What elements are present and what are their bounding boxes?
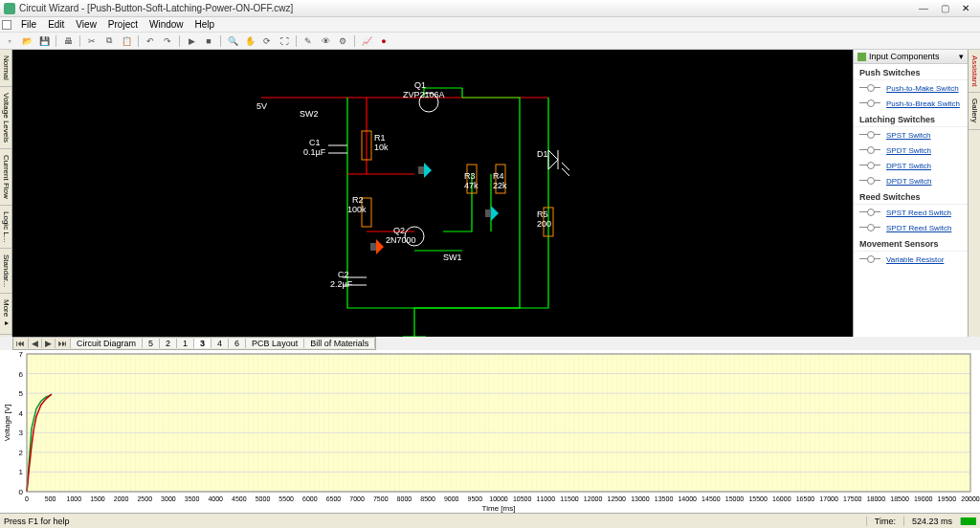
mdi-icon[interactable] — [2, 20, 11, 30]
component-spdt-switch[interactable]: SPDT Switch — [854, 143, 968, 158]
component-icon — [859, 222, 880, 233]
component-spst-switch[interactable]: SPST Switch — [854, 127, 968, 143]
component-link[interactable]: Push-to-Break Switch — [886, 99, 960, 108]
component-link[interactable]: SPST Switch — [886, 131, 931, 140]
print-icon[interactable]: 🖶 — [60, 34, 76, 48]
graph-icon[interactable]: 📈 — [359, 34, 374, 48]
component-spst-reed-switch[interactable]: SPST Reed Switch — [854, 205, 968, 220]
component-dpst-switch[interactable]: DPST Switch — [854, 158, 968, 173]
open-icon[interactable]: 📂 — [19, 34, 34, 48]
component-link[interactable]: DPST Switch — [886, 162, 931, 170]
component-push-to-break-switch[interactable]: Push-to-Break Switch — [854, 96, 968, 111]
x-tick: 10500 — [513, 495, 532, 502]
run-icon[interactable]: ▶ — [184, 34, 199, 48]
c2-ref: C2 — [338, 270, 349, 279]
svg-rect-23 — [370, 243, 376, 251]
component-link[interactable]: SPDT Reed Switch — [886, 224, 951, 232]
component-link[interactable]: SPST Reed Switch — [886, 209, 951, 217]
paste-icon[interactable]: 📋 — [119, 34, 134, 48]
vtab-voltage[interactable]: Voltage Levels — [0, 87, 11, 149]
vtab-normal[interactable]: Normal — [0, 50, 11, 87]
menu-edit[interactable]: Edit — [42, 19, 70, 30]
hand-icon[interactable]: ✋ — [242, 34, 257, 48]
vtab-assistant[interactable]: Assistant — [969, 50, 980, 93]
maximize-button[interactable]: ▢ — [934, 2, 955, 15]
component-icon — [859, 207, 880, 218]
eye-icon[interactable]: 👁 — [318, 34, 333, 48]
svg-marker-10 — [548, 150, 558, 169]
svg-rect-21 — [485, 209, 491, 217]
schematic-canvas[interactable]: C1 0.1µF R1 10k R2 100k R3 47k R4 22k R5… — [12, 50, 853, 337]
tab-5[interactable]: 5 — [143, 339, 160, 348]
tab-2[interactable]: 2 — [160, 339, 177, 348]
undo-icon[interactable]: ↶ — [143, 34, 158, 48]
stop-icon[interactable]: ■ — [201, 34, 216, 48]
vtab-standard[interactable]: Standar... — [0, 249, 11, 294]
panel-header[interactable]: Input Components ▾ — [854, 50, 968, 64]
component-spdt-reed-switch[interactable]: SPDT Reed Switch — [854, 220, 968, 235]
zoom-icon[interactable]: 🔍 — [225, 34, 240, 48]
record-icon[interactable]: ● — [376, 34, 391, 48]
component-push-to-make-switch[interactable]: Push-to-Make Switch — [854, 80, 968, 96]
status-indicator[interactable] — [960, 517, 976, 525]
tab-1[interactable]: 1 — [177, 339, 194, 348]
x-tick: 14000 — [678, 495, 697, 502]
tab-4[interactable]: 4 — [212, 339, 229, 348]
tab-3[interactable]: 3 — [194, 339, 212, 348]
fit-icon[interactable]: ⛶ — [277, 34, 292, 48]
r3-val: 47k — [464, 181, 479, 190]
redo-icon[interactable]: ↷ — [160, 34, 175, 48]
y-label: Voltage [V] — [3, 405, 11, 442]
component-link[interactable]: SPDT Switch — [886, 146, 931, 155]
new-icon[interactable]: ▫ — [2, 34, 17, 48]
c1-val: 0.1µF — [303, 147, 326, 157]
x-tick: 7000 — [349, 495, 365, 502]
dropdown-icon[interactable]: ▾ — [959, 52, 964, 61]
component-link[interactable]: Variable Resistor — [886, 255, 944, 264]
tab-prev-icon[interactable]: ◀ — [29, 339, 42, 348]
menu-file[interactable]: File — [15, 19, 42, 30]
menu-view[interactable]: View — [70, 19, 102, 30]
y-tick: 6 — [19, 370, 24, 379]
tab-next-icon[interactable]: ▶ — [42, 339, 56, 348]
q2-ref: Q2 — [393, 226, 405, 235]
vtab-gallery[interactable]: Gallery — [969, 93, 980, 129]
component-variable-resistor[interactable]: Variable Resistor — [854, 252, 968, 267]
refresh-icon[interactable]: ⟳ — [259, 34, 275, 48]
y-tick: 4 — [19, 409, 24, 418]
close-button[interactable]: ✕ — [955, 2, 976, 15]
tab-last-icon[interactable]: ⏭ — [56, 339, 71, 348]
category-push-switches: Push Switches — [854, 64, 968, 80]
menu-project[interactable]: Project — [102, 19, 144, 30]
graph-panel: 0123456705001000150020002500300035004000… — [0, 350, 980, 513]
component-icon — [859, 129, 880, 141]
save-icon[interactable]: 💾 — [36, 34, 52, 48]
tab-6[interactable]: 6 — [229, 339, 246, 348]
minimize-button[interactable]: — — [913, 2, 934, 15]
settings-icon[interactable]: ⚙ — [335, 34, 350, 48]
title-bar: Circuit Wizard - [Push-Button-Soft-Latch… — [0, 0, 980, 17]
q1-ref: Q1 — [414, 80, 426, 90]
menu-help[interactable]: Help — [189, 19, 221, 30]
x-label: Time [ms] — [482, 504, 516, 513]
tab-pcb-layout[interactable]: PCB Layout — [246, 339, 304, 348]
tab-first-icon[interactable]: ⏮ — [13, 339, 29, 348]
probe-icon[interactable]: ✎ — [301, 34, 316, 48]
menu-window[interactable]: Window — [144, 19, 189, 30]
vtab-more[interactable]: More ▸ — [0, 294, 11, 334]
component-dpdt-switch[interactable]: DPDT Switch — [854, 173, 968, 188]
component-icon — [859, 144, 880, 156]
vtab-logic[interactable]: Logic L... — [0, 206, 11, 249]
status-help: Press F1 for help — [4, 517, 70, 526]
vtab-current[interactable]: Current Flow — [0, 149, 11, 206]
x-tick: 10000 — [489, 495, 508, 502]
x-tick: 13500 — [655, 495, 674, 502]
tab-circuit-diagram[interactable]: Circuit Diagram — [71, 339, 143, 348]
component-link[interactable]: Push-to-Make Switch — [886, 84, 959, 93]
d1-ref: D1 — [537, 149, 548, 159]
tab-bill-of-materials[interactable]: Bill of Materials — [304, 339, 375, 348]
copy-icon[interactable]: ⧉ — [101, 34, 117, 48]
component-link[interactable]: DPDT Switch — [886, 177, 931, 186]
cut-icon[interactable]: ✂ — [84, 34, 100, 48]
right-vertical-tabs: Assistant Gallery — [968, 50, 980, 337]
